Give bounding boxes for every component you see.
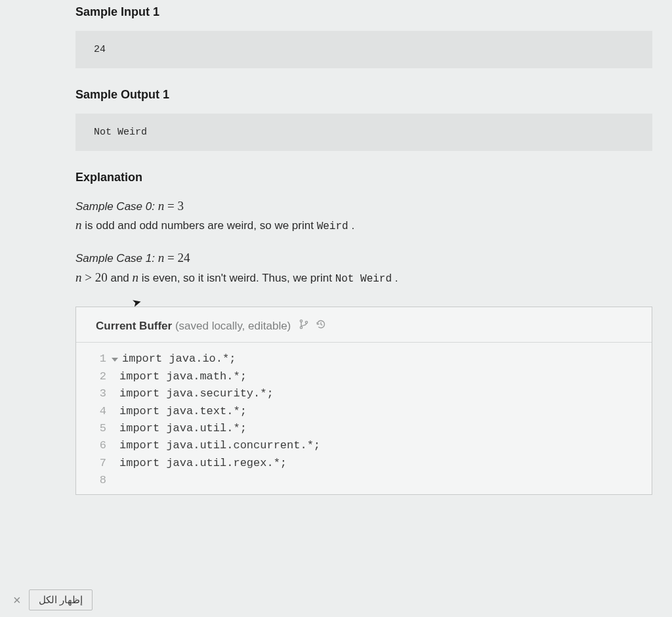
code-line: 4import java.text.*; <box>76 403 652 420</box>
sample-output-value: Not Weird <box>94 127 147 138</box>
code-line: 2import java.math.*; <box>76 368 652 385</box>
code-text: import java.text.*; <box>108 403 247 420</box>
code-line: 6import java.util.concurrent.*; <box>76 437 652 454</box>
code-text: import java.util.regex.*; <box>108 455 287 472</box>
case0-var: n <box>158 199 165 213</box>
case1-val: 24 <box>177 251 190 265</box>
case1-var: n <box>158 251 165 265</box>
code-line: 5import java.util.*; <box>76 420 652 437</box>
case1-mid: and <box>110 272 132 284</box>
editor-panel: Current Buffer (saved locally, editable) <box>75 307 652 495</box>
show-all-button[interactable]: إظهار الكل <box>29 589 93 610</box>
editor-header: Current Buffer (saved locally, editable) <box>76 307 652 342</box>
svg-point-1 <box>301 327 303 329</box>
svg-point-0 <box>301 320 303 322</box>
line-number: 7 <box>76 455 108 472</box>
code-line: 3import java.security.*; <box>76 385 652 402</box>
close-icon[interactable]: × <box>13 593 21 606</box>
case1-label: Sample Case 1: <box>75 252 155 265</box>
code-text: import java.security.*; <box>108 385 274 402</box>
code-line: 8 <box>76 472 652 489</box>
sample-output-heading: Sample Output 1 <box>75 88 652 102</box>
history-icon[interactable] <box>316 319 326 333</box>
case1-op: = <box>167 251 177 265</box>
case0-op: = <box>167 199 177 213</box>
code-line: 1import java.io.*; <box>76 351 652 368</box>
case1-result: Not Weird <box>335 273 392 285</box>
line-number: 1 <box>76 351 108 368</box>
case0-label: Sample Case 0: <box>75 200 155 213</box>
sample-input-block: 24 <box>75 31 652 68</box>
case1-line-a-var: n <box>75 270 82 284</box>
bottom-bar: × إظهار الكل <box>13 589 93 610</box>
explanation-case-1: Sample Case 1: n = 24 n > 20 and n is ev… <box>75 248 652 287</box>
code-text: import java.util.concurrent.*; <box>108 437 320 454</box>
code-text: import java.io.*; <box>118 351 236 368</box>
editor-title-strong: Current Buffer <box>96 320 172 332</box>
case1-line-a-op-wrap: > <box>85 270 94 284</box>
case1-period: . <box>395 272 398 284</box>
editor-title-soft: (saved locally, editable) <box>172 320 291 332</box>
line-number: 8 <box>76 472 108 489</box>
line-number: 6 <box>76 437 108 454</box>
code-text: import java.util.*; <box>108 420 247 437</box>
problem-content: Sample Input 1 24 Sample Output 1 Not We… <box>0 0 672 495</box>
case0-val: 3 <box>177 199 184 213</box>
line-number: 4 <box>76 403 108 420</box>
case0-n: n <box>75 218 82 232</box>
case0-result: Weird <box>317 221 348 232</box>
sample-output-block: Not Weird <box>75 114 652 151</box>
line-number: 5 <box>76 420 108 437</box>
sample-input-value: 24 <box>94 44 106 55</box>
svg-point-2 <box>306 322 308 324</box>
case0-period: . <box>351 219 354 232</box>
line-number: 2 <box>76 368 108 385</box>
case1-var2: n <box>133 270 139 284</box>
case0-line: is odd and odd numbers are weird, so we … <box>85 219 316 232</box>
case1-line-a-val: 20 <box>95 270 108 284</box>
explanation-heading: Explanation <box>75 171 652 184</box>
case1-line-b: is even, so it isn't weird. Thus, we pri… <box>142 272 335 284</box>
sample-input-heading: Sample Input 1 <box>75 5 652 19</box>
explanation-case-0: Sample Case 0: n = 3 n is odd and odd nu… <box>75 196 652 235</box>
line-number: 3 <box>76 385 108 402</box>
fold-caret-icon[interactable] <box>112 358 118 362</box>
code-line: 7import java.util.regex.*; <box>76 455 652 472</box>
code-editor[interactable]: 1import java.io.*; 2import java.math.*; … <box>76 342 652 494</box>
code-text: import java.math.*; <box>108 368 247 385</box>
branch-icon[interactable] <box>299 319 309 333</box>
explanation-body: Sample Case 0: n = 3 n is odd and odd nu… <box>75 196 652 287</box>
